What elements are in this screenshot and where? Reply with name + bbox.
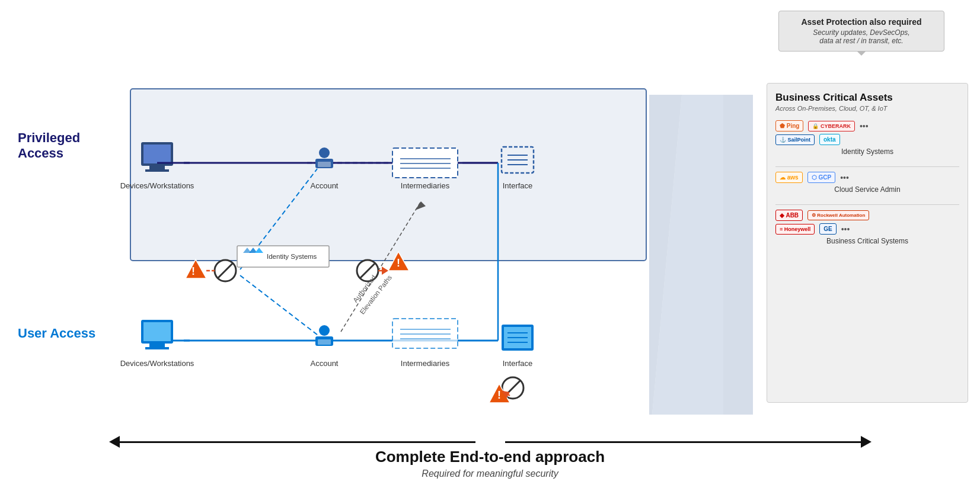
end-to-end-sub: Required for meaningful security <box>12 468 968 479</box>
diagram-container: Privileged Access User Access <box>12 71 968 415</box>
divider-2 <box>775 204 959 205</box>
svg-rect-23 <box>143 322 171 341</box>
gcp-logo: ⬡ GCP <box>807 172 835 183</box>
abb-logo: ◆ ABB <box>775 210 803 221</box>
right-arrowhead <box>861 436 872 448</box>
identity-logos-row: ⬟ Ping 🔒 CYBERARK ••• <box>775 120 959 131</box>
bca-systems-section: ◆ ABB ⚙ Rockwell Automation ≡ Honeywell … <box>775 210 959 245</box>
cyberark-logo: 🔒 CYBERARK <box>808 121 855 131</box>
left-arrowhead <box>109 436 120 448</box>
dots-3: ••• <box>841 224 850 234</box>
okta-logo: okta <box>819 134 840 145</box>
right-arrow-line <box>505 441 861 443</box>
divider-1 <box>775 166 959 167</box>
ge-logo: GE <box>819 223 836 235</box>
svg-rect-25 <box>145 347 169 349</box>
svg-line-40 <box>240 275 317 335</box>
left-arrow-line <box>120 441 475 443</box>
cloud-admin-label: Cloud Service Admin <box>775 185 959 194</box>
svg-text:!: ! <box>397 257 400 269</box>
arrow-row <box>12 436 968 448</box>
svg-rect-12 <box>318 162 331 167</box>
bca-sub: Across On-Premises, Cloud, OT, & IoT <box>775 105 959 112</box>
bottom-section: Complete End-to-end approach Required fo… <box>12 431 968 479</box>
svg-text:Intermediaries: Intermediaries <box>401 181 450 190</box>
systems-logos-row-2: ≡ Honeywell GE ••• <box>775 223 959 235</box>
ping-logo: ⬟ Ping <box>775 120 803 131</box>
svg-rect-6 <box>149 166 165 169</box>
svg-rect-24 <box>149 344 165 347</box>
privileged-access-box <box>130 89 646 261</box>
svg-rect-29 <box>318 339 331 345</box>
svg-text:!: ! <box>497 389 501 401</box>
identity-logos-row-2: ⚓ SailPoint okta <box>775 134 959 145</box>
bca-cloud-section: ☁ aws ⬡ GCP ••• Cloud Service Admin <box>775 172 959 194</box>
bca-systems-label: Business Critical Systems <box>775 237 959 245</box>
cloud-logos-row: ☁ aws ⬡ GCP ••• <box>775 172 959 183</box>
callout-subtitle: Security updates, DevSecOps,data at rest… <box>789 28 934 45</box>
svg-text:Devices/Workstations: Devices/Workstations <box>120 359 194 368</box>
svg-marker-55 <box>382 267 388 275</box>
svg-rect-8 <box>143 145 171 163</box>
svg-text:Interface: Interface <box>503 359 533 368</box>
svg-rect-14 <box>392 148 458 178</box>
svg-text:Account: Account <box>311 359 339 368</box>
svg-text:Devices/Workstations: Devices/Workstations <box>120 181 194 190</box>
svg-marker-49 <box>186 259 206 278</box>
svg-text:Account: Account <box>311 181 339 190</box>
honeywell-logo: ≡ Honeywell <box>775 224 815 235</box>
end-to-end-title: Complete End-to-end approach <box>12 448 968 466</box>
bca-title: Business Critical Assets <box>775 92 959 104</box>
svg-text:Identity Systems: Identity Systems <box>267 253 317 260</box>
aws-logo: ☁ aws <box>775 172 803 183</box>
svg-rect-7 <box>145 169 169 172</box>
svg-text:Intermediaries: Intermediaries <box>401 359 450 368</box>
bca-identity-section: ⬟ Ping 🔒 CYBERARK ••• ⚓ SailPoint okta I… <box>775 120 959 156</box>
rockwell-logo: ⚙ Rockwell Automation <box>807 210 869 220</box>
callout-title: Asset Protection also required <box>789 17 934 27</box>
bca-panel: Business Critical Assets Across On-Premi… <box>767 83 968 403</box>
svg-text:Interface: Interface <box>503 181 533 190</box>
sailpoint-logo: ⚓ SailPoint <box>775 134 815 145</box>
svg-point-27 <box>319 325 330 336</box>
asset-protection-callout: Asset Protection also required Security … <box>778 11 944 52</box>
svg-point-10 <box>319 147 330 158</box>
svg-text:!: ! <box>191 265 195 277</box>
identity-systems-label: Identity Systems <box>775 147 959 156</box>
svg-marker-62 <box>723 95 753 415</box>
dots-1: ••• <box>860 121 869 131</box>
svg-rect-30 <box>392 319 458 348</box>
dots-2: ••• <box>840 173 849 182</box>
systems-logos-row-1: ◆ ABB ⚙ Rockwell Automation <box>775 210 959 221</box>
